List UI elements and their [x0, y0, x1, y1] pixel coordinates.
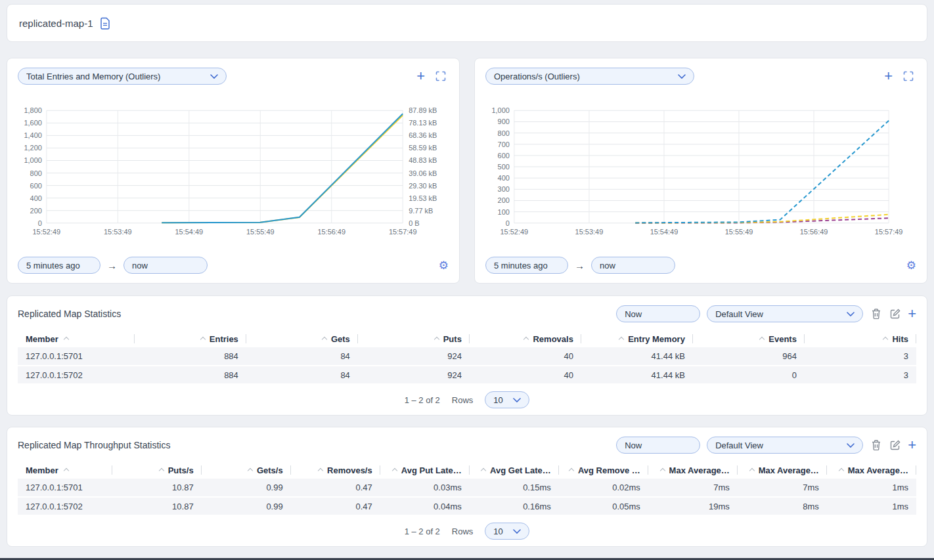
table-header-bar: Replicated Map Statistics Now Default Vi…	[18, 305, 916, 322]
add-view-icon[interactable]: +	[908, 439, 916, 451]
table-row: 127.0.0.1:570110.870.990.470.03ms0.15ms0…	[18, 479, 916, 497]
table-cell: 127.0.0.1:5702	[18, 497, 112, 515]
table-cell: 0.47	[291, 479, 380, 497]
svg-text:400: 400	[498, 174, 510, 182]
time-input[interactable]: Now	[616, 437, 700, 454]
table-header-row: MemberEntriesGetsPutsRemovalsEntry Memor…	[18, 330, 916, 347]
chart-metric-select[interactable]: Operations/s (Outliers)	[485, 68, 694, 85]
page-size-select[interactable]: 10	[485, 523, 529, 540]
rows-label: Rows	[452, 527, 474, 536]
edit-view-icon[interactable]	[889, 308, 901, 320]
chart-header-actions: +	[416, 70, 446, 82]
table-cell: 3	[805, 366, 916, 384]
add-chart-icon[interactable]: +	[884, 70, 893, 82]
column-header-gets[interactable]: Gets	[246, 330, 358, 347]
column-header-gets-s[interactable]: Gets/s	[202, 462, 291, 479]
svg-text:700: 700	[498, 140, 510, 148]
table-cell: 1ms	[827, 497, 916, 515]
time-to-input[interactable]: now	[591, 257, 675, 274]
svg-text:300: 300	[498, 185, 510, 193]
chart-card-entries-memory: Total Entries and Memory (Outliers) + 1,…	[7, 58, 460, 284]
column-header-max-average[interactable]: Max Average…	[827, 462, 916, 479]
column-label: Member	[26, 465, 58, 475]
column-header-removes-s[interactable]: Removes/s	[291, 462, 380, 479]
table-cell: 127.0.0.1:5701	[18, 347, 135, 366]
replicated-map-throughput-card: Replicated Map Throughput Statistics Now…	[7, 427, 927, 547]
svg-text:15:55:49: 15:55:49	[246, 228, 275, 236]
column-label: Max Average…	[848, 465, 908, 475]
column-header-puts-s[interactable]: Puts/s	[112, 462, 202, 479]
operations-chart: 1,000900800700600500400300200100015:52:4…	[485, 101, 916, 240]
chevron-down-icon	[513, 529, 521, 534]
column-header-max-average[interactable]: Max Average…	[738, 462, 827, 479]
sort-caret-icon	[434, 336, 439, 341]
add-view-icon[interactable]: +	[908, 308, 916, 320]
pagination-range: 1 – 2 of 2	[405, 395, 440, 405]
column-header-max-average[interactable]: Max Average…	[648, 462, 738, 479]
column-header-member[interactable]: Member	[18, 330, 135, 347]
svg-text:15:54:49: 15:54:49	[175, 228, 203, 236]
add-chart-icon[interactable]: +	[416, 70, 425, 82]
svg-text:15:57:49: 15:57:49	[389, 228, 417, 236]
column-header-entry-memory[interactable]: Entry Memory	[581, 330, 693, 347]
chart-metric-select-value: Total Entries and Memory (Outliers)	[26, 72, 160, 81]
column-header-hits[interactable]: Hits	[805, 330, 916, 347]
svg-text:19.53 kB: 19.53 kB	[409, 194, 437, 202]
column-header-events[interactable]: Events	[693, 330, 805, 347]
table-cell: 964	[693, 347, 805, 366]
time-input[interactable]: Now	[616, 305, 700, 322]
table-header-row: MemberPuts/sGets/sRemoves/sAvg Put Late……	[18, 462, 916, 479]
delete-view-icon[interactable]	[871, 439, 881, 451]
section-title: Replicated Map Throughput Statistics	[18, 440, 170, 450]
chart-metric-select-value: Operations/s (Outliers)	[494, 72, 580, 81]
sort-caret-icon	[839, 467, 844, 473]
chevron-down-icon	[847, 312, 855, 316]
section-title: Replicated Map Statistics	[18, 309, 121, 319]
edit-view-icon[interactable]	[889, 439, 901, 451]
page-size-value: 10	[493, 527, 502, 536]
column-header-avg-put-late[interactable]: Avg Put Late…	[380, 462, 470, 479]
page-size-select[interactable]: 10	[485, 391, 529, 408]
svg-text:0 B: 0 B	[409, 219, 419, 227]
expand-icon[interactable]	[435, 71, 446, 81]
gear-icon[interactable]: ⚙	[439, 260, 449, 271]
column-header-avg-get-late[interactable]: Avg Get Late…	[470, 462, 559, 479]
table-cell: 0.02ms	[559, 479, 648, 497]
time-to-input[interactable]: now	[123, 257, 208, 274]
time-from-input[interactable]: 5 minutes ago	[485, 257, 568, 274]
replicated-map-statistics-card: Replicated Map Statistics Now Default Vi…	[7, 295, 927, 416]
table-row: 127.0.0.1:5701884849244041.44 kB9643	[18, 347, 916, 366]
column-header-puts[interactable]: Puts	[358, 330, 470, 347]
svg-text:78.13 kB: 78.13 kB	[409, 119, 437, 127]
chart-metric-select[interactable]: Total Entries and Memory (Outliers)	[18, 68, 227, 85]
document-icon[interactable]	[100, 17, 110, 30]
column-header-entries[interactable]: Entries	[135, 330, 246, 347]
table-cell: 884	[135, 347, 246, 366]
expand-icon[interactable]	[903, 71, 914, 81]
table-cell: 84	[246, 366, 358, 384]
delete-view-icon[interactable]	[871, 308, 881, 320]
table-cell: 924	[358, 366, 470, 384]
column-label: Entry Memory	[628, 334, 685, 344]
column-header-removals[interactable]: Removals	[470, 330, 581, 347]
table-header-bar: Replicated Map Throughput Statistics Now…	[18, 437, 916, 454]
svg-text:15:53:49: 15:53:49	[575, 228, 604, 236]
time-to-value: now	[132, 261, 148, 270]
view-select[interactable]: Default View	[707, 437, 863, 454]
column-header-member[interactable]: Member	[18, 462, 112, 479]
sort-caret-icon	[659, 467, 665, 473]
svg-text:48.83 kB: 48.83 kB	[409, 156, 437, 164]
sort-caret-icon	[200, 336, 206, 341]
sort-caret-icon	[158, 467, 164, 473]
svg-text:0: 0	[506, 219, 510, 227]
column-header-avg-remove[interactable]: Avg Remove …	[559, 462, 648, 479]
svg-text:39.06 kB: 39.06 kB	[409, 169, 437, 177]
time-input-value: Now	[625, 441, 642, 450]
sort-caret-icon	[392, 467, 397, 473]
pagination: 1 – 2 of 2 Rows 10	[18, 391, 916, 408]
gear-icon[interactable]: ⚙	[906, 260, 916, 271]
table-cell: 10.87	[112, 497, 202, 515]
time-from-input[interactable]: 5 minutes ago	[18, 257, 100, 274]
view-select[interactable]: Default View	[707, 305, 863, 322]
column-label: Avg Remove …	[578, 465, 640, 475]
